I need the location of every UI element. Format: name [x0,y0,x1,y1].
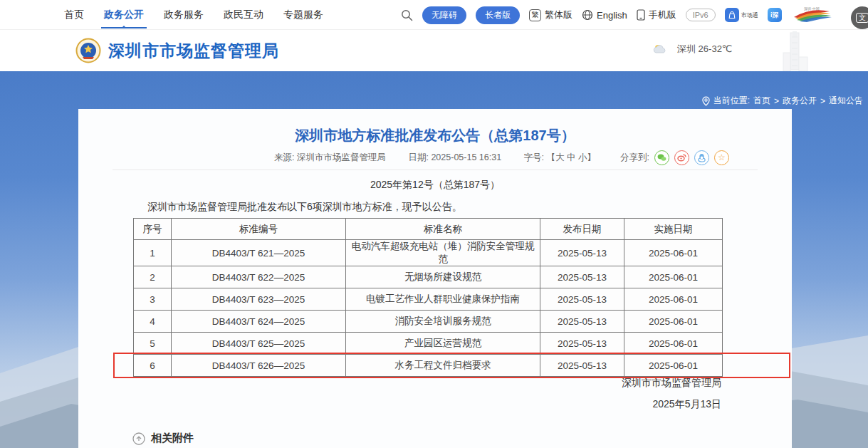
english-label: English [597,10,627,21]
page: 当前位置: 首页 > 政务公开 > 通知公告 深圳市地方标准批准发布公告（总第1… [0,0,868,448]
main-nav: 首页 政务公开 政务服务 政民互动 专题服务 [64,0,323,30]
search-icon[interactable] [401,9,413,21]
breadcrumb-zwgk[interactable]: 政务公开 [783,95,817,107]
body-paragraph: 深圳市市场监督管理局批准发布以下6项深圳市地方标准，现予以公告。 [147,201,462,214]
building-watermark [775,31,815,74]
translate-button[interactable]: 文 [851,6,868,29]
table-row: 6DB4403/T 626—2025水务工程文件归档要求2025-05-1320… [134,355,723,377]
table-header-cell: 序号 [134,219,172,240]
translate-icon: 文 [856,13,868,23]
site-title: 深圳市市场监督管理局 [108,40,279,62]
breadcrumb-separator: > [820,96,825,106]
table-cell: 2025-05-13 [540,266,624,288]
table-cell: 2025-06-01 [624,333,723,355]
signature-org: 深圳市市场监督管理局 [622,377,721,390]
table-cell: 2025-05-13 [540,355,624,377]
phone-icon [637,9,645,21]
table-head: 序号标准编号标准名称发布日期实施日期 [134,219,723,240]
table-cell: 水务工程文件归档要求 [346,355,540,377]
title-divider [113,170,758,170]
weather-widget: 深圳 26-32℃ [652,43,732,56]
nav-special[interactable]: 专题服务 [283,9,323,21]
table-cell: DB4403/T 622—2025 [172,266,346,288]
date-value: 2025-05-15 16:31 [431,152,501,162]
table-header-cell: 发布日期 [540,219,624,240]
table-cell: 2025-06-01 [624,240,723,266]
market-app-label: 市场通 [741,11,758,19]
article-title: 深圳市地方标准批准发布公告（总第187号） [78,126,792,145]
table-cell: 2025-05-13 [540,333,624,355]
attachment-icon [132,432,145,445]
fontsize-options[interactable]: 【大 中 小】 [547,152,596,162]
attachments-title: 相关附件 [151,432,194,445]
table-cell: 消防安全培训服务规范 [346,311,540,333]
share-wechat-icon[interactable] [654,150,669,165]
table-header-cell: 标准编号 [172,219,346,240]
attachments-section: 相关附件 [132,432,194,445]
table-header-cell: 标准名称 [346,219,540,240]
weather-text: 深圳 26-32℃ [677,43,732,56]
table-cell: 2025-06-01 [624,355,723,377]
toolbar: 无障碍 长者版 繁 繁体版 English 手机版 IPv6 [401,0,832,30]
breadcrumb-label: 当前位置: [713,95,750,107]
table-cell: DB4403/T 623—2025 [172,288,346,311]
traditional-label: 繁体版 [545,9,572,21]
standards-table: 序号标准编号标准名称发布日期实施日期 1DB4403/T 621—2025电动汽… [133,218,723,377]
table-cell: DB4403/T 626—2025 [172,355,346,377]
mobile-version-toggle[interactable]: 手机版 [637,9,676,21]
table-cell: 4 [134,311,172,333]
signature-block: 深圳市市场监督管理局 2025年5月13日 [622,377,721,411]
table-cell: 电镀工艺作业人群职业健康保护指南 [346,288,540,311]
table-cell: 2025-05-13 [540,240,624,266]
table-cell: 5 [134,333,172,355]
date-label: 日期: [408,152,428,162]
table-cell: 1 [134,240,172,266]
english-toggle[interactable]: English [582,9,627,21]
table-row: 5DB4403/T 625—2025产业园区运营规范2025-05-132025… [134,333,723,355]
table-cell: 2025-06-01 [624,311,723,333]
site-header: 深圳市市场监督管理局 深圳 26-32℃ [0,30,868,71]
nav-home[interactable]: 首页 [64,9,84,21]
share-qq-icon[interactable] [694,150,709,165]
government-emblem-icon [75,38,101,63]
table-cell: 6 [134,355,172,377]
market-app-link[interactable]: 市场通 [725,8,758,22]
source-label: 来源: [274,152,294,162]
nav-interaction[interactable]: 政民互动 [224,9,263,21]
signature-date: 2025年5月13日 [622,398,721,411]
market-app-icon [725,8,739,22]
breadcrumb-notice[interactable]: 通知公告 [829,95,863,107]
table-cell: 2025-06-01 [624,266,723,288]
nav-gov-services[interactable]: 政务服务 [164,9,204,21]
source-value: 深圳市市场监督管理局 [297,152,386,162]
share-label: 分享到: [620,152,649,164]
breadcrumb-home[interactable]: 首页 [753,95,770,107]
ishenzhen-app-icon[interactable]: i深 [768,8,782,22]
traditional-chinese-toggle[interactable]: 繁 繁体版 [529,9,572,21]
shenzhen-city-logo[interactable]: 深圳·中国 [791,4,832,26]
nav-gov-info[interactable]: 政务公开 [104,9,144,21]
table-row: 1DB4403/T 621—2025电动汽车超级充电站（堆）消防安全管理规范20… [134,240,723,266]
share-weibo-icon[interactable] [674,150,689,165]
table-cell: 无烟场所建设规范 [346,266,540,288]
table-cell: DB4403/T 625—2025 [172,333,346,355]
table-cell: DB4403/T 621—2025 [172,240,346,266]
mobile-label: 手机版 [649,9,676,21]
table-cell: DB4403/T 624—2025 [172,311,346,333]
table-cell: 电动汽车超级充电站（堆）消防安全管理规范 [346,240,540,266]
traditional-icon: 繁 [529,9,541,21]
table-cell: 2 [134,266,172,288]
table-row: 4DB4403/T 624—2025消防安全培训服务规范2025-05-1320… [134,311,723,333]
site-logo-link[interactable]: 深圳市市场监督管理局 [75,38,279,63]
article-meta: 来源: 深圳市市场监督管理局 日期: 2025-05-15 16:31 字号: … [78,149,792,166]
accessibility-button[interactable]: 无障碍 [422,6,466,24]
share-bar: 分享到: ☆ [620,149,729,166]
doc-number: 2025年第12号（总第187号） [78,179,792,192]
ipv6-badge[interactable]: IPv6 [686,9,716,21]
elder-version-button[interactable]: 长者版 [476,6,520,24]
table-cell: 产业园区运营规范 [346,333,540,355]
table-cell: 3 [134,288,172,311]
globe-icon [582,9,593,21]
table-body: 1DB4403/T 621—2025电动汽车超级充电站（堆）消防安全管理规范20… [134,240,723,377]
share-favorite-icon[interactable]: ☆ [714,150,729,165]
